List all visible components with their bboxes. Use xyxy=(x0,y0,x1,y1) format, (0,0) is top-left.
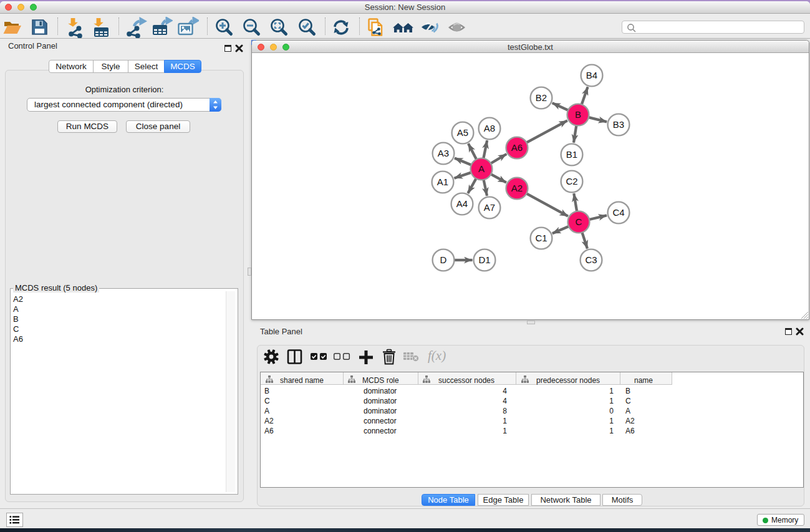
svg-text:A7: A7 xyxy=(484,202,495,213)
svg-text:B2: B2 xyxy=(536,92,547,103)
svg-text:B: B xyxy=(575,109,581,120)
svg-text:A: A xyxy=(478,163,485,174)
svg-text:D1: D1 xyxy=(478,254,490,265)
svg-text:A4: A4 xyxy=(456,198,468,209)
svg-text:B3: B3 xyxy=(613,119,624,130)
svg-text:A8: A8 xyxy=(484,123,495,133)
svg-text:A5: A5 xyxy=(457,127,468,138)
svg-text:A2: A2 xyxy=(511,183,523,193)
svg-text:A6: A6 xyxy=(511,142,523,153)
svg-text:B1: B1 xyxy=(566,149,577,160)
svg-text:C: C xyxy=(576,216,582,227)
svg-text:C1: C1 xyxy=(535,233,547,243)
svg-text:C2: C2 xyxy=(566,176,577,186)
svg-text:D: D xyxy=(440,254,447,265)
svg-text:A3: A3 xyxy=(438,148,449,158)
svg-text:A1: A1 xyxy=(437,177,448,187)
svg-text:B4: B4 xyxy=(586,70,597,80)
svg-text:C3: C3 xyxy=(585,254,597,265)
svg-text:C4: C4 xyxy=(612,207,624,218)
